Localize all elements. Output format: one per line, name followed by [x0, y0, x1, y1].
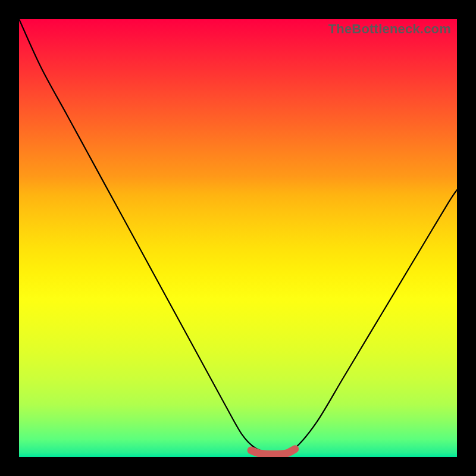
plot-area: TheBottleneck.com	[19, 19, 457, 457]
curve-layer	[19, 19, 457, 457]
bottleneck-curve	[19, 19, 457, 453]
chart-frame: TheBottleneck.com	[0, 0, 476, 476]
flat-region-marker	[251, 449, 295, 455]
